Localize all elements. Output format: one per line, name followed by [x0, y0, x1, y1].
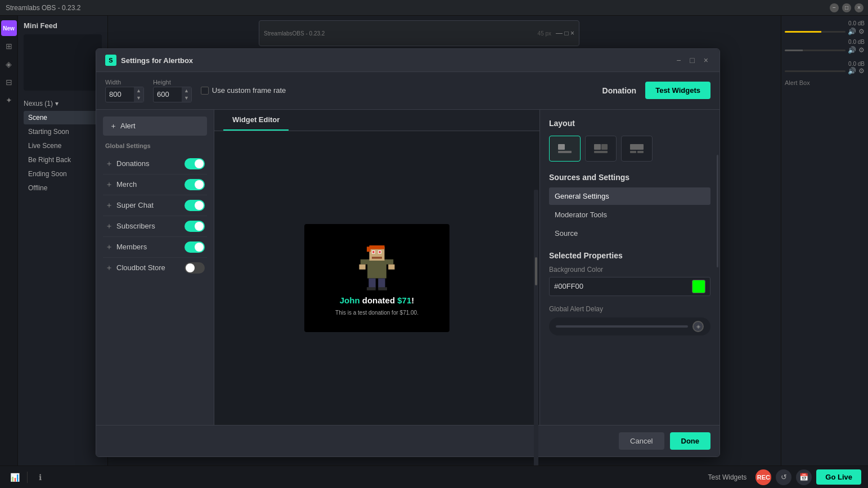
modal-close-button[interactable]: ×	[701, 55, 710, 66]
nav-source[interactable]: Source	[549, 225, 710, 242]
audio-row-3: 0.0 dB	[785, 61, 865, 67]
titlebar: Streamlabs OBS - 0.23.2 − □ ×	[0, 0, 868, 16]
alert-sub-text: This is a test donation for $71.00.	[335, 310, 419, 316]
test-widgets-button[interactable]: Test Widgets	[645, 82, 710, 99]
subscribers-expand-icon[interactable]: ＋	[105, 221, 113, 231]
svg-rect-9	[361, 259, 368, 264]
scene-item-ending-soon[interactable]: Ending Soon	[24, 167, 102, 181]
nav-general-settings[interactable]: General Settings	[549, 187, 710, 205]
replay-button[interactable]: ↺	[776, 469, 791, 485]
svg-rect-6	[372, 251, 374, 253]
svg-rect-16	[378, 287, 387, 290]
cloudbot-toggle[interactable]	[185, 262, 205, 274]
widget-editor-tab-bar: Widget Editor	[214, 110, 539, 131]
subscribers-toggle[interactable]	[185, 221, 205, 232]
cancel-button[interactable]: Cancel	[619, 432, 664, 450]
width-increment-button[interactable]: ▲	[134, 87, 143, 95]
nexus-label: Nexus (1)	[24, 100, 53, 108]
sidebar-icon-1[interactable]: ⊞	[1, 38, 17, 54]
nexus-header[interactable]: Nexus (1) ▾	[24, 100, 102, 108]
audio-slider-1[interactable]	[785, 31, 845, 33]
height-input[interactable]	[154, 88, 182, 101]
svg-rect-12	[388, 264, 394, 269]
alert-donation-text: John donated $71!	[340, 296, 415, 305]
bg-color-value: #00FF00	[554, 282, 687, 290]
new-badge-icon[interactable]: New	[1, 20, 17, 36]
taskbar-stats-icon[interactable]: 📊	[7, 469, 23, 485]
mini-preview-title: StreamlabsOBS - 0.23.2	[264, 30, 325, 37]
scene-item-be-right-back[interactable]: Be Right Back	[24, 153, 102, 167]
nav-moderator-tools[interactable]: Moderator Tools	[549, 206, 710, 223]
minimize-button[interactable]: −	[830, 3, 839, 12]
donations-toggle[interactable]	[185, 158, 205, 169]
audio-slider-2[interactable]	[785, 50, 845, 51]
alert-character-svg	[357, 240, 397, 291]
audio-slider-row-1: 🔊 ⚙	[785, 28, 865, 35]
go-live-button[interactable]: Go Live	[816, 469, 861, 485]
sidebar-icon-2[interactable]: ◈	[1, 56, 17, 72]
donations-setting-name: Donations	[116, 159, 181, 168]
audio-gear-icon-3[interactable]: ⚙	[858, 67, 865, 75]
mini-preview-bar: StreamlabsOBS - 0.23.2 45 px — □ ×	[259, 20, 579, 46]
audio-mute-icon-2[interactable]: 🔊	[848, 46, 856, 54]
layout-option-2[interactable]	[585, 136, 617, 162]
donations-expand-icon[interactable]: ＋	[105, 159, 113, 169]
alert-button[interactable]: ＋ Alert	[103, 117, 207, 136]
plus-icon: ＋	[110, 121, 117, 131]
scene-item-offline[interactable]: Offline	[24, 181, 102, 195]
calendar-button[interactable]: 📅	[796, 469, 812, 485]
audio-mute-icon-1[interactable]: 🔊	[848, 28, 856, 35]
merch-expand-icon[interactable]: ＋	[105, 180, 113, 190]
scene-item-starting-soon[interactable]: Starting Soon	[24, 125, 102, 138]
modal-minimize-button[interactable]: −	[674, 55, 683, 66]
height-input-wrap: ▲ ▼	[153, 87, 192, 102]
modal-maximize-button[interactable]: □	[687, 55, 696, 66]
audio-slider-3[interactable]	[785, 70, 845, 72]
alert-preview-box: John donated $71! This is a test donatio…	[304, 224, 449, 332]
width-input[interactable]	[106, 88, 134, 101]
width-label: Width	[105, 79, 144, 86]
members-expand-icon[interactable]: ＋	[105, 242, 113, 252]
done-button[interactable]: Done	[670, 432, 711, 450]
audio-gear-icon-1[interactable]: ⚙	[858, 28, 865, 35]
record-button[interactable]: REC	[755, 469, 771, 485]
width-decrement-button[interactable]: ▼	[134, 95, 143, 102]
svg-rect-19	[594, 144, 601, 150]
sources-settings-title: Sources and Settings	[549, 173, 710, 182]
taskbar-info-icon[interactable]: ℹ	[32, 469, 48, 485]
taskbar-test-widgets-label[interactable]: Test Widgets	[704, 471, 752, 483]
maximize-button[interactable]: □	[842, 3, 851, 12]
audio-gear-icon-2[interactable]: ⚙	[858, 46, 865, 54]
delay-track[interactable]	[556, 325, 688, 328]
layout-options	[549, 136, 710, 162]
superchat-toggle[interactable]	[185, 200, 205, 211]
layout-title: Layout	[549, 119, 710, 128]
width-spinner: ▲ ▼	[134, 87, 143, 102]
layout-option-1[interactable]	[549, 136, 581, 162]
scrollbar-thumb[interactable]	[535, 257, 537, 285]
cloudbot-expand-icon[interactable]: ＋	[105, 263, 113, 273]
custom-frame-checkbox[interactable]	[201, 87, 209, 95]
settings-right-panel: Layout	[539, 110, 719, 425]
scene-item-live-scene[interactable]: Live Scene	[24, 139, 102, 153]
modal-footer: Cancel Done	[96, 425, 719, 456]
close-button[interactable]: ×	[854, 3, 863, 12]
height-decrement-button[interactable]: ▼	[182, 95, 191, 102]
merch-toggle[interactable]	[185, 179, 205, 190]
sidebar-icon-4[interactable]: ✦	[1, 92, 17, 108]
scene-item-scene[interactable]: Scene	[24, 111, 102, 124]
members-toggle[interactable]	[185, 241, 205, 253]
superchat-expand-icon[interactable]: ＋	[105, 200, 113, 211]
bg-color-swatch[interactable]	[692, 280, 705, 293]
delay-slider-wrap: ◈	[549, 317, 710, 335]
bg-color-label: Background Color	[549, 266, 710, 274]
audio-mute-icon-3[interactable]: 🔊	[848, 67, 856, 75]
sidebar-icon-3[interactable]: ⊟	[1, 74, 17, 90]
height-increment-button[interactable]: ▲	[182, 87, 191, 95]
widget-editor-tab[interactable]: Widget Editor	[223, 110, 289, 131]
right-panel-scrollbar[interactable]	[717, 155, 718, 267]
custom-frame-label: Use custom frame rate	[212, 86, 286, 95]
delay-thumb[interactable]: ◈	[692, 321, 704, 332]
modal-title-text: Settings for Alertbox	[121, 56, 193, 65]
layout-option-3[interactable]	[621, 136, 653, 162]
